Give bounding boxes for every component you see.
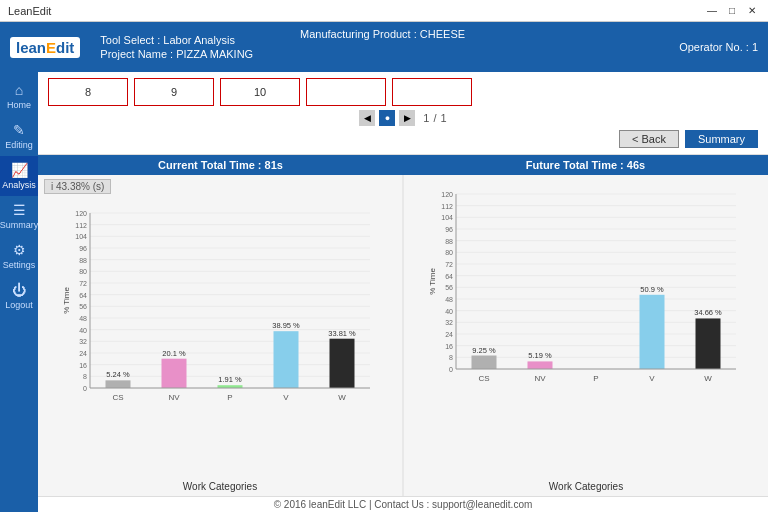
page-1-button[interactable]: ● — [379, 110, 395, 126]
svg-text:8: 8 — [83, 373, 87, 380]
svg-text:104: 104 — [441, 214, 453, 221]
title-bar: LeanEdit — □ ✕ — [0, 0, 768, 22]
sidebar-label-summary: Summary — [0, 220, 38, 230]
sidebar-label-home: Home — [7, 100, 31, 110]
step-12[interactable] — [392, 78, 472, 106]
nav-steps: 8 9 10 ◀ ● ▶ 1 / 1 < Back Summary — [38, 72, 768, 155]
sidebar-label-analysis: Analysis — [2, 180, 36, 190]
next-page-button[interactable]: ▶ — [399, 110, 415, 126]
charts-section: Current Total Time : 81s Future Total Ti… — [38, 155, 768, 496]
svg-text:50.9 %: 50.9 % — [640, 285, 664, 294]
sidebar-label-settings: Settings — [3, 260, 36, 270]
svg-rect-45 — [330, 339, 355, 388]
svg-text:112: 112 — [441, 203, 453, 210]
svg-rect-33 — [106, 380, 131, 388]
sidebar-item-home[interactable]: ⌂ Home — [0, 76, 38, 116]
svg-text:96: 96 — [445, 226, 453, 233]
logout-icon: ⏻ — [12, 282, 26, 298]
svg-text:40: 40 — [445, 308, 453, 315]
svg-text:9.25 %: 9.25 % — [472, 346, 496, 355]
editing-icon: ✎ — [13, 122, 25, 138]
app-container: leanEdit Tool Select : Labor Analysis Pr… — [0, 22, 768, 512]
current-chart-pane: i 43.38% (s) 081624324048566472808896104… — [38, 175, 402, 496]
page-separator: / — [433, 112, 436, 124]
svg-text:40: 40 — [79, 327, 87, 334]
svg-text:88: 88 — [79, 257, 87, 264]
svg-text:56: 56 — [445, 284, 453, 291]
svg-text:0: 0 — [83, 385, 87, 392]
svg-text:96: 96 — [79, 245, 87, 252]
charts-body: i 43.38% (s) 081624324048566472808896104… — [38, 175, 768, 496]
svg-text:0: 0 — [449, 366, 453, 373]
svg-text:64: 64 — [79, 292, 87, 299]
svg-text:P: P — [227, 393, 232, 402]
back-button[interactable]: < Back — [619, 130, 679, 148]
summary-button[interactable]: Summary — [685, 130, 758, 148]
info-badge: i 43.38% (s) — [44, 179, 111, 194]
app-header: leanEdit Tool Select : Labor Analysis Pr… — [0, 22, 768, 72]
sidebar-label-logout: Logout — [5, 300, 33, 310]
page-indicator: 1 — [423, 112, 429, 124]
minimize-button[interactable]: — — [704, 4, 720, 18]
svg-text:20.1 %: 20.1 % — [162, 349, 186, 358]
footer-text: © 2016 leanEdit LLC | Contact Us : suppo… — [274, 499, 533, 510]
svg-text:NV: NV — [534, 374, 546, 383]
sidebar-item-editing[interactable]: ✎ Editing — [0, 116, 38, 156]
analysis-icon: 📈 — [11, 162, 28, 178]
svg-text:V: V — [283, 393, 289, 402]
svg-text:24: 24 — [445, 331, 453, 338]
svg-text:120: 120 — [441, 191, 453, 198]
app-title: LeanEdit — [8, 5, 51, 17]
svg-text:V: V — [649, 374, 655, 383]
home-icon: ⌂ — [15, 82, 23, 98]
future-chart-area: 081624324048566472808896104112120% Time9… — [410, 179, 762, 492]
step-9[interactable]: 9 — [134, 78, 214, 106]
svg-text:34.66 %: 34.66 % — [694, 308, 722, 317]
svg-text:80: 80 — [79, 268, 87, 275]
svg-text:16: 16 — [445, 343, 453, 350]
svg-text:88: 88 — [445, 238, 453, 245]
total-pages: 1 — [441, 112, 447, 124]
svg-text:56: 56 — [79, 303, 87, 310]
svg-text:112: 112 — [75, 222, 87, 229]
summary-icon: ☰ — [13, 202, 26, 218]
current-chart-area: 081624324048566472808896104112120% Time5… — [44, 198, 396, 492]
operator-label: Operator No. : 1 — [679, 41, 758, 53]
sidebar-item-settings[interactable]: ⚙ Settings — [0, 236, 38, 276]
sidebar-item-analysis[interactable]: 📈 Analysis — [0, 156, 38, 196]
svg-text:NV: NV — [168, 393, 180, 402]
charts-header: Current Total Time : 81s Future Total Ti… — [38, 155, 768, 175]
future-x-label: Work Categories — [410, 481, 762, 492]
prev-page-button[interactable]: ◀ — [359, 110, 375, 126]
future-chart-svg: 081624324048566472808896104112120% Time9… — [410, 179, 762, 479]
current-x-label: Work Categories — [44, 481, 396, 492]
close-button[interactable]: ✕ — [744, 4, 760, 18]
project-name-label: Project Name : PIZZA MAKING — [100, 48, 659, 60]
future-chart-header: Future Total Time : 46s — [403, 155, 768, 175]
step-10[interactable]: 10 — [220, 78, 300, 106]
svg-text:120: 120 — [75, 210, 87, 217]
settings-icon: ⚙ — [13, 242, 26, 258]
step-11[interactable] — [306, 78, 386, 106]
svg-text:% Time: % Time — [62, 287, 71, 314]
svg-text:38.95 %: 38.95 % — [272, 321, 300, 330]
nav-actions: < Back Summary — [48, 126, 758, 150]
maximize-button[interactable]: □ — [724, 4, 740, 18]
step-8[interactable]: 8 — [48, 78, 128, 106]
svg-text:48: 48 — [445, 296, 453, 303]
product-label: Manufacturing Product : CHEESE — [300, 28, 465, 40]
window-controls[interactable]: — □ ✕ — [704, 4, 760, 18]
logo-area: leanEdit — [10, 37, 80, 58]
svg-text:8: 8 — [449, 354, 453, 361]
current-chart-svg: 081624324048566472808896104112120% Time5… — [44, 198, 396, 479]
svg-rect-86 — [528, 361, 553, 369]
svg-rect-83 — [472, 356, 497, 369]
svg-rect-94 — [696, 318, 721, 369]
sidebar-item-logout[interactable]: ⏻ Logout — [0, 276, 38, 316]
svg-text:W: W — [338, 393, 346, 402]
svg-rect-42 — [274, 331, 299, 388]
svg-text:CS: CS — [478, 374, 489, 383]
sidebar-item-summary[interactable]: ☰ Summary — [0, 196, 38, 236]
svg-text:104: 104 — [75, 233, 87, 240]
svg-text:5.24 %: 5.24 % — [106, 370, 130, 379]
